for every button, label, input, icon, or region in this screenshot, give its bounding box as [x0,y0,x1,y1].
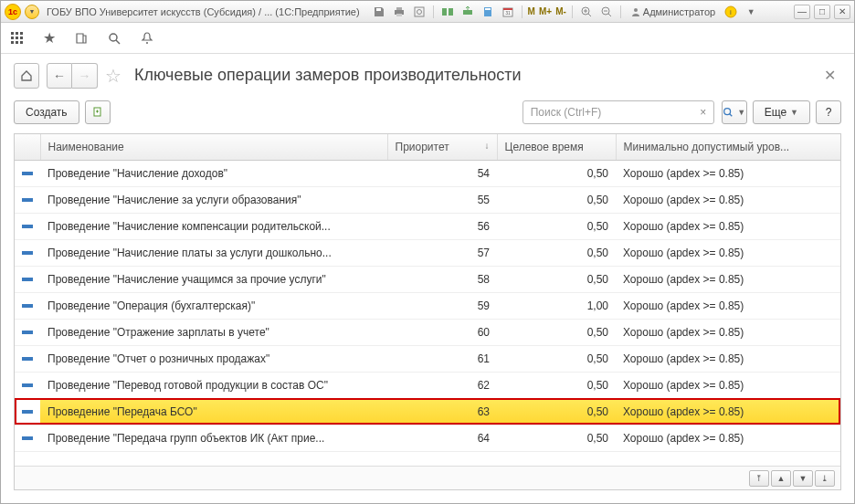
table-row[interactable]: Проведение "Начисление платы за услуги д… [15,239,840,266]
cell-min-level: Хорошо (apdex >= 0.85) [616,398,840,425]
nav-down-button[interactable]: ▼ [793,470,813,487]
search-input[interactable] [522,100,714,124]
cell-priority: 61 [387,345,497,372]
svg-line-19 [608,14,611,16]
cell-name: Проведение "Передача групп объектов ИК (… [40,425,387,451]
cell-name: Проведение "Отражение зарплаты в учете" [40,319,387,345]
page-content: ← → ☆ Ключевые операции замеров производ… [1,54,854,503]
history-icon[interactable] [74,31,89,46]
zoom-in-icon[interactable] [578,4,595,20]
minimize-button[interactable]: — [794,5,810,19]
svg-point-37 [724,109,731,115]
svg-rect-29 [20,37,23,39]
table-row[interactable]: Проведение "Передача групп объектов ИК (… [15,425,840,451]
svg-rect-6 [442,8,447,16]
zoom-out-icon[interactable] [598,4,615,20]
col-header-minlevel[interactable]: Минимально допустимый уров... [616,134,840,160]
maximize-button[interactable]: □ [814,5,830,19]
col-header-icon[interactable] [15,134,40,160]
svg-rect-25 [16,32,18,35]
cell-target-time: 0,50 [497,213,616,239]
data-table: Наименование Приоритет↓ Целевое время Ми… [14,133,841,490]
table-row[interactable]: Проведение "Отчет о розничных продажах"6… [15,345,840,372]
nav-up-button[interactable]: ▲ [771,470,791,487]
export-icon[interactable] [459,4,476,20]
cell-priority: 60 [387,319,497,345]
cell-priority: 58 [387,266,497,292]
titlebar-dropdown[interactable]: ▼ [25,5,39,19]
row-type-icon [15,345,40,372]
cell-min-level: Хорошо (apdex >= 0.85) [616,239,840,266]
col-header-priority[interactable]: Приоритет↓ [387,134,497,160]
cell-name: Проведение "Передача БСО" [40,398,387,425]
table-row[interactable]: Проведение "Операция (бухгалтерская)"591… [15,292,840,319]
row-type-icon [15,425,40,451]
copy-create-button[interactable] [85,100,111,124]
memory-m-minus[interactable]: M- [555,6,566,16]
svg-rect-26 [20,32,23,35]
apps-icon[interactable] [10,31,25,46]
search-nav-icon[interactable] [107,31,121,46]
row-type-icon [15,372,40,398]
info-icon[interactable]: i [723,4,739,20]
cell-target-time: 1,00 [497,292,616,319]
favorite-toggle-icon[interactable]: ☆ [105,65,121,87]
memory-m-plus[interactable]: M+ [539,6,552,16]
calculator-icon[interactable] [480,4,496,20]
close-window-button[interactable]: ✕ [834,5,850,19]
table-row[interactable]: Проведение "Перевод готовой продукции в … [15,372,840,398]
nav-bottom-button[interactable]: ⤓ [815,470,835,487]
memory-m[interactable]: M [528,6,535,16]
app-window: 1c ▼ ГОБУ ВПО Университет искусств (Субс… [0,0,855,504]
cell-min-level: Хорошо (apdex >= 0.85) [616,186,840,213]
table-row[interactable]: Проведение "Начисление доходов"540,50Хор… [15,160,840,186]
table-row[interactable]: Проведение "Начисление за услуги образов… [15,186,840,213]
table-row[interactable]: Проведение "Передача БСО"630,50Хорошо (a… [15,398,840,425]
filter-button[interactable]: ▼ [722,100,747,124]
home-button[interactable] [14,63,39,89]
cell-target-time: 0,50 [497,372,616,398]
svg-text:i: i [730,8,732,16]
cell-target-time: 0,50 [497,425,616,451]
bell-icon[interactable] [140,31,154,46]
row-type-icon [15,266,40,292]
cell-target-time: 0,50 [497,186,616,213]
table-row[interactable]: Проведение "Начисление учащимся за прочи… [15,266,840,292]
sort-asc-icon: ↓ [485,141,490,151]
more-button[interactable]: Еще ▼ [753,100,810,124]
info-dropdown[interactable]: ▼ [743,4,759,20]
close-page-button[interactable]: ✕ [818,61,841,89]
favorite-star-icon[interactable]: ★ [43,29,56,47]
row-type-icon [15,160,40,186]
cell-target-time: 0,50 [497,398,616,425]
nav-forward-button[interactable]: → [72,63,98,89]
nav-back-button[interactable]: ← [47,63,72,89]
save-icon[interactable] [371,4,387,20]
svg-rect-4 [415,7,424,16]
cell-priority: 62 [387,372,497,398]
col-header-target[interactable]: Целевое время [497,134,616,160]
svg-rect-10 [485,8,491,10]
row-type-icon [15,213,40,239]
create-button[interactable]: Создать [14,100,79,124]
col-header-name[interactable]: Наименование [40,134,387,160]
svg-rect-30 [11,41,14,44]
page-header: ← → ☆ Ключевые операции замеров производ… [14,54,841,100]
calendar-icon[interactable]: 31 [500,4,516,20]
preview-icon[interactable] [411,4,428,20]
print-icon[interactable] [391,4,407,20]
svg-rect-7 [449,8,453,16]
table-row[interactable]: Проведение "Начисление компенсации родит… [15,213,840,239]
row-type-icon [15,239,40,266]
cell-min-level: Хорошо (apdex >= 0.85) [616,372,840,398]
cell-name: Проведение "Начисление доходов" [40,160,387,186]
svg-point-35 [146,42,148,44]
nav-top-button[interactable]: ⤒ [749,470,769,487]
help-button[interactable]: ? [816,100,841,124]
cell-target-time: 0,50 [497,319,616,345]
clear-search-icon[interactable]: × [696,105,711,120]
compare-icon[interactable] [439,4,456,20]
table-row[interactable]: Проведение "Отражение зарплаты в учете"6… [15,319,840,345]
user-indicator[interactable]: Администратор [627,6,719,17]
cell-priority: 63 [387,398,497,425]
